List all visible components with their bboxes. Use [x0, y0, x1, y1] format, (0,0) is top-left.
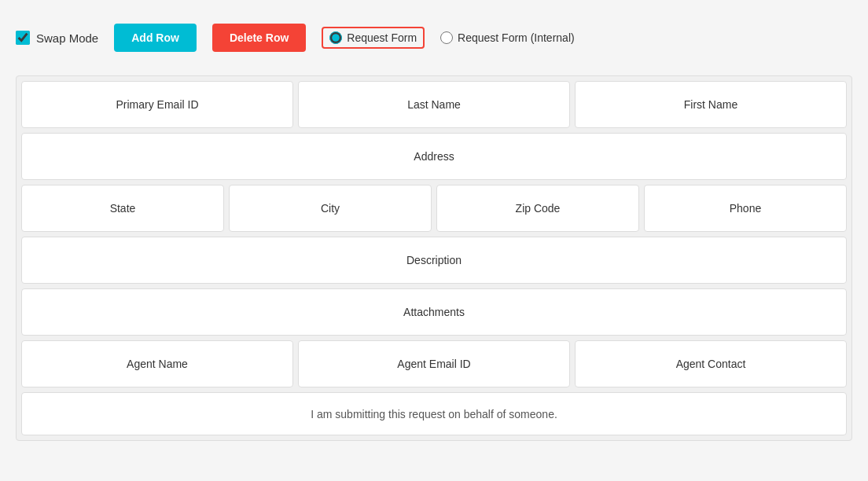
- form-row-4: Description: [21, 237, 847, 284]
- request-form-radio[interactable]: [329, 31, 342, 44]
- address-label: Address: [414, 150, 454, 163]
- request-form-internal-label: Request Form (Internal): [458, 31, 575, 44]
- description-label: Description: [406, 254, 462, 266]
- primary-email-label: Primary Email ID: [116, 98, 198, 111]
- form-row-1: Primary Email ID Last Name First Name: [21, 81, 847, 128]
- zip-code-cell[interactable]: Zip Code: [436, 185, 639, 232]
- form-row-3: State City Zip Code Phone: [21, 185, 847, 232]
- swap-mode-label: Swap Mode: [36, 31, 98, 45]
- agent-email-cell[interactable]: Agent Email ID: [298, 340, 570, 387]
- attachments-label: Attachments: [403, 306, 465, 318]
- behalf-label: I am submitting this request on behalf o…: [311, 408, 557, 420]
- primary-email-cell[interactable]: Primary Email ID: [21, 81, 293, 128]
- zip-code-label: Zip Code: [516, 202, 561, 215]
- city-label: City: [321, 202, 340, 215]
- last-name-label: Last Name: [407, 98, 461, 111]
- description-cell[interactable]: Description: [21, 237, 847, 284]
- last-name-cell[interactable]: Last Name: [298, 81, 570, 128]
- agent-contact-cell[interactable]: Agent Contact: [575, 340, 847, 387]
- form-row-6: Agent Name Agent Email ID Agent Contact: [21, 340, 847, 387]
- state-label: State: [110, 202, 136, 215]
- form-container: Primary Email ID Last Name First Name Ad…: [16, 75, 852, 441]
- behalf-cell[interactable]: I am submitting this request on behalf o…: [21, 392, 847, 435]
- request-form-internal-radio[interactable]: [440, 31, 453, 44]
- first-name-cell[interactable]: First Name: [575, 81, 847, 128]
- agent-name-cell[interactable]: Agent Name: [21, 340, 293, 387]
- swap-mode-container: Swap Mode: [16, 31, 98, 45]
- request-form-label: Request Form: [347, 31, 417, 44]
- form-row-2: Address: [21, 133, 847, 180]
- radio-group: Request Form Request Form (Internal): [322, 27, 574, 49]
- phone-label: Phone: [730, 202, 761, 215]
- toolbar: Swap Mode Add Row Delete Row Request For…: [16, 16, 852, 60]
- request-form-option[interactable]: Request Form: [322, 27, 425, 49]
- city-cell[interactable]: City: [229, 185, 432, 232]
- attachments-cell[interactable]: Attachments: [21, 288, 847, 336]
- delete-row-button[interactable]: Delete Row: [212, 24, 306, 52]
- agent-contact-label: Agent Contact: [676, 358, 746, 370]
- request-form-internal-option[interactable]: Request Form (Internal): [440, 31, 575, 44]
- swap-mode-checkbox[interactable]: [16, 31, 30, 45]
- form-row-5: Attachments: [21, 288, 847, 336]
- first-name-label: First Name: [684, 98, 737, 111]
- agent-email-label: Agent Email ID: [397, 358, 470, 370]
- add-row-button[interactable]: Add Row: [114, 24, 197, 52]
- address-cell[interactable]: Address: [21, 133, 847, 180]
- form-row-7: I am submitting this request on behalf o…: [21, 392, 847, 435]
- phone-cell[interactable]: Phone: [644, 185, 847, 232]
- agent-name-label: Agent Name: [127, 358, 188, 370]
- state-cell[interactable]: State: [21, 185, 224, 232]
